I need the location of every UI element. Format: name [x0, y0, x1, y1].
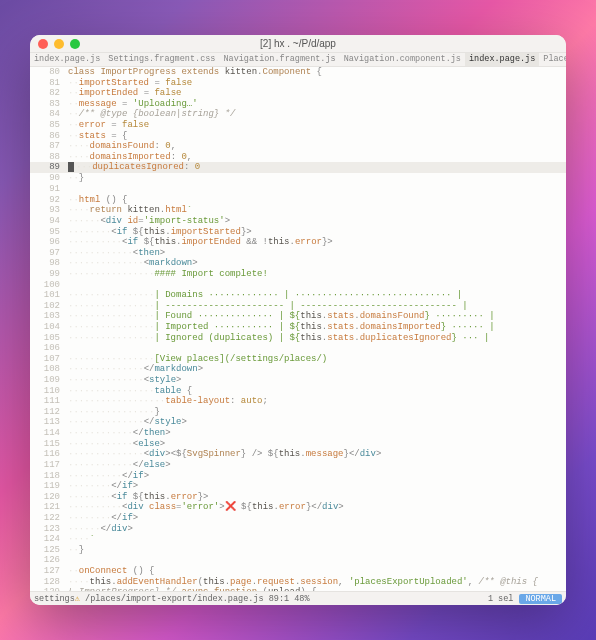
tab-place[interactable]: Place	[539, 53, 566, 66]
status-pct: 48%	[294, 594, 309, 604]
close-icon[interactable]	[38, 39, 48, 49]
tab-bar: index.page.js Settings.fragment.css Navi…	[30, 53, 566, 67]
tab-settings-css[interactable]: Settings.fragment.css	[104, 53, 219, 66]
editor-area[interactable]: 80class ImportProgress extends kitten.Co…	[30, 67, 566, 591]
tab-index-active[interactable]: index.page.js	[465, 53, 539, 66]
tab-nav-component[interactable]: Navigation.component.js	[340, 53, 465, 66]
window-title: [2] hx . ~/P/d/app	[30, 38, 566, 49]
current-line: 89···duplicatesIgnored: 0	[30, 162, 566, 173]
tab-nav-fragment[interactable]: Navigation.fragment.js	[219, 53, 339, 66]
line-number: 80	[30, 67, 68, 78]
status-prefix: settings	[34, 594, 75, 604]
minimize-icon[interactable]	[54, 39, 64, 49]
tab-index-1[interactable]: index.page.js	[30, 53, 104, 66]
warning-icon: ⚠	[75, 594, 80, 604]
maximize-icon[interactable]	[70, 39, 80, 49]
editor-mode: NORMAL	[519, 594, 562, 604]
cursor	[68, 162, 74, 172]
titlebar: [2] hx . ~/P/d/app	[30, 35, 566, 53]
traffic-lights	[38, 39, 80, 49]
status-path: /places/import-export/index.page.js	[85, 594, 264, 604]
status-pos: 89:1	[269, 594, 289, 604]
status-bar: settings⚠ /places/import-export/index.pa…	[30, 591, 566, 605]
terminal-window: [2] hx . ~/P/d/app index.page.js Setting…	[30, 35, 566, 605]
status-sel: 1 sel	[488, 594, 514, 604]
